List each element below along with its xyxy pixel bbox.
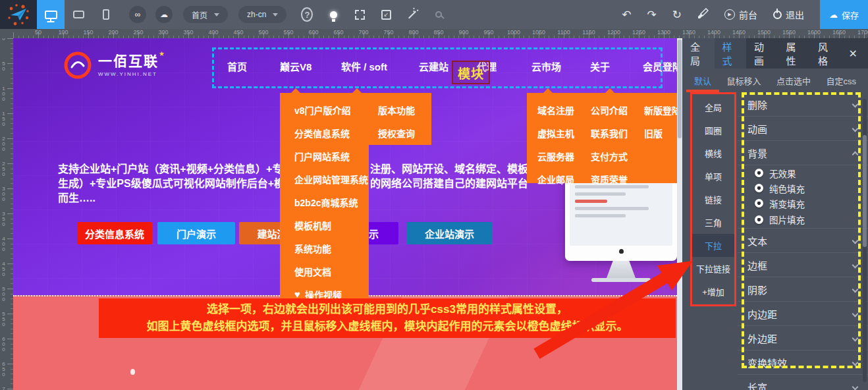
site-logo-url: WWW.YINHI.NET bbox=[98, 71, 166, 77]
style-section-row[interactable]: 文本 bbox=[738, 229, 868, 253]
panel-tab[interactable]: 属性 bbox=[778, 38, 811, 69]
reset-button[interactable]: ↻ bbox=[672, 9, 682, 20]
clean-brush-button[interactable] bbox=[697, 8, 709, 21]
style-section-row[interactable]: 外边距 bbox=[738, 326, 868, 350]
dropdown-menu-item[interactable]: ♥ b2b2c商城系统 bbox=[280, 190, 369, 213]
page-select[interactable]: 首页 bbox=[183, 6, 228, 23]
element-state-item[interactable]: 横线 bbox=[692, 142, 734, 165]
dropdown-menu-item[interactable]: ♥ 企业网站管理系统 bbox=[280, 167, 369, 190]
close-panel-button[interactable]: ✕ bbox=[842, 38, 864, 69]
site-logo[interactable]: 一佰互联★ WWW.YINHI.NET bbox=[63, 50, 166, 80]
ruler-label: 600 bbox=[1, 336, 7, 361]
style-section-row[interactable]: 删除 bbox=[738, 92, 868, 117]
dropdown-menu-item[interactable]: ♥ 使用文档 bbox=[280, 260, 369, 283]
panel-scrollbar[interactable] bbox=[863, 99, 867, 382]
panel-state-tab[interactable]: 点击选中 bbox=[776, 69, 811, 92]
style-section-row[interactable]: 阴影 bbox=[738, 277, 868, 302]
style-section-row[interactable]: 无效果 bbox=[738, 165, 868, 181]
panel-tab[interactable]: 全局 bbox=[682, 38, 715, 69]
redo-button[interactable]: ↷ bbox=[647, 9, 656, 20]
dropdown-menu-item[interactable]: ♥ 系统功能 bbox=[280, 237, 369, 260]
panel-state-tab[interactable]: 自定css bbox=[826, 69, 856, 92]
magic-wand-button[interactable] bbox=[406, 9, 418, 20]
element-state-item[interactable]: 全局 bbox=[692, 96, 734, 119]
style-section-row[interactable]: 背景 bbox=[738, 141, 868, 165]
dropdown-menu-item[interactable]: 旧版 bbox=[644, 121, 677, 144]
element-state-item[interactable]: 下拉链接 bbox=[692, 257, 734, 280]
radio-icon[interactable] bbox=[755, 199, 763, 208]
canvas-scrollbar[interactable] bbox=[677, 38, 682, 390]
nav-item[interactable]: 云市场 bbox=[531, 59, 561, 73]
nav-item[interactable]: 关于 bbox=[590, 59, 610, 73]
close-icon: ✕ bbox=[849, 47, 857, 60]
chevron-down-icon bbox=[852, 310, 859, 317]
phone-view-button[interactable] bbox=[92, 0, 120, 29]
style-section-row[interactable]: 变换特效 bbox=[738, 350, 868, 375]
panel-state-tab[interactable]: 默认 bbox=[694, 69, 711, 92]
help-button[interactable]: ? bbox=[301, 9, 313, 20]
front-preview-button[interactable]: ▶ 前台 bbox=[724, 8, 757, 21]
dropdown-menu-item[interactable]: 企业邮局 bbox=[537, 167, 591, 190]
nav-item[interactable]: 会员登陆 bbox=[643, 59, 677, 73]
radio-icon[interactable] bbox=[755, 184, 763, 192]
demo-button[interactable]: 企业站演示 bbox=[406, 222, 493, 244]
element-state-item[interactable]: 链接 bbox=[692, 188, 734, 211]
element-state-item[interactable]: 单项 bbox=[692, 165, 734, 188]
dropdown-menu-item[interactable]: 云服务器 bbox=[537, 144, 591, 167]
link-button[interactable]: ∞ bbox=[129, 6, 146, 23]
dropdown-menu-item[interactable]: 支付方式 bbox=[591, 144, 644, 167]
element-state-item[interactable]: +增加 bbox=[692, 280, 734, 303]
nav-item[interactable]: 软件 / soft bbox=[341, 59, 387, 73]
style-section-row[interactable]: 长宽 bbox=[738, 375, 868, 390]
scrollbar-thumb[interactable] bbox=[863, 135, 867, 247]
scrollbar-thumb[interactable] bbox=[678, 40, 682, 138]
dropdown-menu-item[interactable]: 版本功能 bbox=[369, 98, 431, 121]
nav-item[interactable]: 首页 bbox=[227, 59, 247, 73]
style-section-row[interactable]: 图片填充 bbox=[738, 211, 868, 229]
element-states-list: 全局圆圈横线单项链接三角下拉下拉链接+增加 bbox=[690, 92, 736, 306]
cloud-button[interactable]: ☁ bbox=[155, 6, 173, 23]
dropdown-menu-item[interactable]: ♥ v8门户版介绍 bbox=[280, 98, 369, 121]
demo-button[interactable]: 门户演示 bbox=[157, 222, 235, 244]
dropdown-menu-item[interactable]: 公司介绍 bbox=[591, 98, 644, 121]
panel-tab[interactable]: 风格 bbox=[810, 38, 842, 69]
tips-button[interactable] bbox=[327, 9, 339, 20]
style-section-row[interactable]: 渐变填充 bbox=[738, 196, 868, 211]
style-section-row[interactable]: 纯色填充 bbox=[738, 181, 868, 196]
dropdown-menu-item[interactable]: 域名注册 bbox=[537, 98, 591, 121]
dropdown-menu-item[interactable]: 虚拟主机 bbox=[537, 121, 591, 144]
desktop-view-button[interactable] bbox=[37, 0, 65, 29]
style-section-row[interactable]: 边框 bbox=[738, 253, 868, 277]
element-state-item[interactable]: 三角 bbox=[692, 211, 734, 234]
monitor-icon bbox=[45, 11, 57, 19]
nav-item[interactable]: 云建站 bbox=[419, 59, 448, 73]
element-state-item[interactable]: 圆圈 bbox=[692, 119, 734, 142]
import-button[interactable]: ↙ bbox=[380, 9, 392, 20]
element-state-item[interactable]: 下拉 bbox=[692, 234, 734, 257]
nav-item[interactable]: 巅云V8 bbox=[280, 59, 312, 73]
fullscreen-button[interactable] bbox=[354, 9, 366, 20]
dropdown-menu-item[interactable]: 授权查询 bbox=[369, 121, 431, 144]
radio-icon[interactable] bbox=[755, 215, 763, 224]
demo-button[interactable]: 分类信息系统 bbox=[77, 222, 152, 244]
zoom-tool-button[interactable] bbox=[433, 9, 445, 20]
panel-state-tab[interactable]: 鼠标移入 bbox=[726, 69, 761, 92]
panel-tab[interactable]: 样式 bbox=[715, 38, 747, 69]
dropdown-menu-item[interactable]: ♥ 模板机制 bbox=[280, 213, 369, 237]
style-section-row[interactable]: 动画 bbox=[738, 117, 868, 141]
save-button[interactable]: ☁ 保存 bbox=[820, 0, 868, 29]
tablet-view-button[interactable] bbox=[65, 0, 92, 29]
radio-icon[interactable] bbox=[755, 169, 763, 177]
dropdown-menu-item[interactable]: ♥ 分类信息系统 bbox=[280, 121, 369, 144]
help-icon: ? bbox=[301, 7, 313, 22]
dropdown-menu-item[interactable]: 联系我们 bbox=[591, 121, 644, 144]
exit-button[interactable]: 退出 bbox=[773, 8, 804, 21]
language-select[interactable]: zh-cn bbox=[238, 6, 286, 23]
fullscreen-icon bbox=[355, 10, 365, 20]
style-section-row[interactable]: 内边距 bbox=[738, 302, 868, 326]
dropdown-menu-item[interactable]: 资质荣誉 bbox=[591, 167, 644, 190]
undo-button[interactable]: ↶ bbox=[622, 9, 631, 20]
panel-tab[interactable]: 动画 bbox=[746, 38, 778, 69]
dropdown-menu-item[interactable]: 新版登陆 bbox=[644, 98, 677, 121]
dropdown-menu-item[interactable]: ♥ 门户网站系统 bbox=[280, 144, 369, 167]
